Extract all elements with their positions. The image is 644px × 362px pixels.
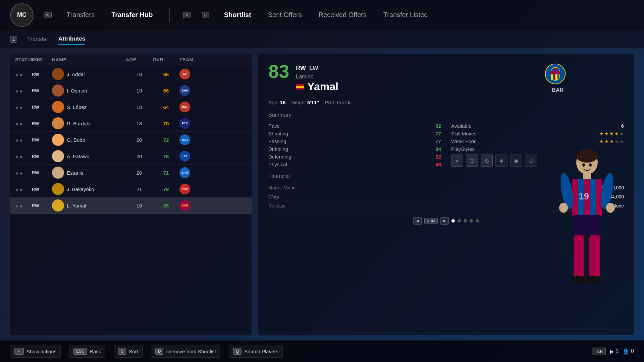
- header-ovr: OVR: [153, 57, 179, 62]
- pos-4: RW: [32, 121, 52, 126]
- dribbling-row: Dribbling 84: [268, 145, 441, 153]
- player-positions: RW LW: [296, 65, 338, 72]
- svg-point-21: [587, 276, 602, 284]
- back-btn[interactable]: ESC Back: [69, 345, 105, 358]
- ovr-3: 64: [153, 104, 179, 110]
- tab-received-offers[interactable]: Received Offers: [315, 9, 370, 20]
- svg-rect-18: [574, 235, 584, 278]
- q-key: Q: [233, 348, 241, 355]
- show-actions-btn[interactable]: ← Show actions: [10, 345, 61, 358]
- pos-7: RW: [32, 170, 52, 175]
- player-row-7[interactable]: ⬧⬧ RW Estanis 20 71 SAM: [10, 165, 252, 181]
- player-height: 5'11": [307, 100, 319, 105]
- avatar-5: [52, 134, 64, 146]
- pos-3: RW: [32, 105, 52, 110]
- svg-point-24: [589, 163, 592, 167]
- age-7: 20: [126, 170, 153, 176]
- d-key: D: [155, 348, 164, 355]
- available-label: Available: [451, 123, 472, 129]
- wage-label: Wage: [268, 194, 280, 199]
- player-info-2: I. Osman: [52, 84, 126, 97]
- dot-4: [470, 219, 473, 223]
- pref-foot-label: Pref. Foot: [325, 100, 348, 105]
- app-logo: MC: [10, 3, 34, 27]
- pos-2: RW: [32, 88, 52, 93]
- status-icon-9: ⬧⬧: [15, 202, 32, 209]
- team-badge-3: IND: [179, 102, 190, 112]
- counter2: 👤 0: [623, 348, 634, 355]
- defending-row: Defending 22: [268, 153, 441, 161]
- team-badge-7: SAM: [179, 167, 190, 178]
- ovr-4: 70: [153, 121, 179, 126]
- primary-position: RW: [296, 65, 306, 72]
- player-row-6[interactable]: ⬧⬧ RW A. Fatawu 20 76 LEI: [10, 148, 252, 165]
- tab-transfer-listed[interactable]: Transfer Listed: [380, 9, 431, 20]
- search-label: Search Players: [244, 349, 278, 354]
- shooting-label: Shooting: [268, 131, 288, 136]
- status-icon-4: ⬧⬧: [15, 120, 32, 127]
- player-row-4[interactable]: ⬧⬧ RW R. Bardghji 18 70 FCK: [10, 115, 252, 132]
- ovr-7: 71: [153, 170, 179, 176]
- player-name-1: J. Addai: [67, 71, 85, 77]
- player-row-2[interactable]: ⬧⬧ RW I. Osman 19 66 BHA: [10, 82, 252, 99]
- z-key-badge: Z: [10, 36, 17, 43]
- playstyle-4: ◈: [495, 155, 507, 167]
- playstyle-3: ◇: [481, 155, 493, 167]
- header-name: Name: [52, 57, 126, 62]
- player-age: 16: [280, 100, 286, 105]
- dribbling-value: 84: [435, 146, 441, 152]
- team-badge-5: MCI: [179, 134, 190, 145]
- age-6: 20: [126, 154, 153, 159]
- ovr-6: 76: [153, 154, 179, 159]
- header-pos: POS: [32, 57, 52, 62]
- page-next-btn[interactable]: ►: [440, 217, 449, 225]
- player-name-5: O. Bobb: [67, 137, 85, 143]
- counter1-icon: ▶: [610, 348, 614, 355]
- age-9: 16: [126, 203, 153, 208]
- player-row-3[interactable]: ⬧⬧ RW S. López 18 64 IND: [10, 99, 252, 115]
- transfer-hub-nav[interactable]: Transfer Hub: [108, 9, 156, 20]
- sort-btn[interactable]: S Sort: [114, 345, 143, 358]
- tab-sent-offers[interactable]: Sent Offers: [265, 9, 305, 20]
- age-2: 19: [126, 88, 153, 94]
- page-prev-btn[interactable]: ◄: [413, 217, 422, 225]
- team-badge-1: AZ: [179, 69, 190, 79]
- age-1: 18: [126, 71, 153, 77]
- header-status[interactable]: Status ▼: [15, 57, 32, 62]
- avatar-3: [52, 101, 64, 113]
- transfers-nav[interactable]: Transfers: [63, 9, 98, 20]
- player-row-9[interactable]: ⬧⬧ RW L. Yamal 16 83 BAR: [10, 197, 252, 214]
- player-name-8: J. Bakayoko: [67, 186, 94, 192]
- pace-value: 82: [435, 123, 441, 129]
- passing-row: Passing 77: [268, 137, 441, 145]
- team-badge-8: PSV: [179, 184, 190, 194]
- header-age: Age: [126, 57, 153, 62]
- shooting-row: Shooting 77: [268, 130, 441, 137]
- player-name-section: Lamine Yamal: [296, 74, 338, 93]
- ovr-9: 83: [153, 203, 179, 208]
- svg-point-16: [606, 203, 615, 213]
- sub-tab-transfer[interactable]: Transfer: [27, 34, 48, 44]
- age-label: Age:: [268, 100, 280, 105]
- ovr-2: 66: [153, 88, 179, 94]
- team-badge-2: BHA: [179, 85, 190, 96]
- pos-6: RW: [32, 154, 52, 159]
- tab-shortlist[interactable]: Shortlist: [221, 9, 255, 20]
- sub-tab-attributes[interactable]: Attributes: [58, 34, 85, 45]
- release-label: Release: [268, 203, 285, 208]
- dot-1: [451, 219, 455, 223]
- remove-shortlist-btn[interactable]: D Remove from Shortlist: [151, 345, 220, 358]
- sort-label: Sort: [129, 349, 138, 354]
- defending-value: 22: [435, 154, 441, 160]
- pos-8: RW: [32, 187, 52, 192]
- age-3: 18: [126, 104, 153, 110]
- search-players-btn[interactable]: Q Search Players: [229, 345, 283, 358]
- player-row-8[interactable]: ⬧⬧ RW J. Bakayoko 21 79 PSV: [10, 181, 252, 197]
- player-row-1[interactable]: ⬧⬧ RW J. Addai 18 66 AZ: [10, 66, 252, 82]
- ovr-1: 66: [153, 71, 179, 77]
- counter2-value: 0: [631, 348, 634, 354]
- tab-key: TAB: [592, 348, 606, 355]
- avatar-2: [52, 84, 64, 97]
- status-icon-1: ⬧⬧: [15, 70, 32, 78]
- player-row-5[interactable]: ⬧⬧ RW O. Bobb 20 72 MCI: [10, 132, 252, 148]
